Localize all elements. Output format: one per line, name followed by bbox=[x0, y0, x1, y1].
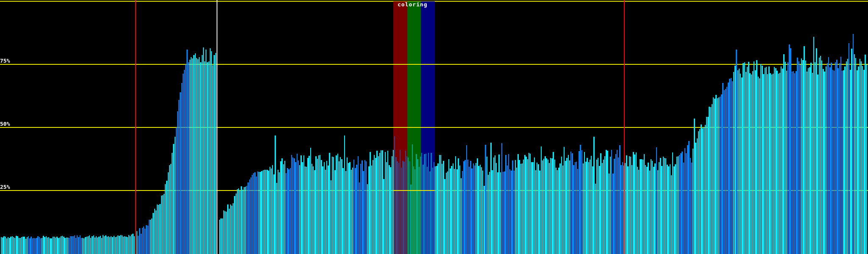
usage-bars-canvas bbox=[0, 0, 868, 254]
y-axis-label-50: 50% bbox=[0, 121, 10, 127]
coloring-legend-label: coloring bbox=[398, 2, 428, 8]
sweep-position-line bbox=[217, 0, 217, 254]
y-axis-label-75: 75% bbox=[0, 58, 10, 64]
usage-meter-chart: 75% 50% 25% coloring bbox=[0, 0, 868, 254]
event-marker-line-1 bbox=[135, 0, 136, 254]
y-axis-label-25: 25% bbox=[0, 184, 10, 190]
event-marker-line-2 bbox=[624, 0, 625, 254]
